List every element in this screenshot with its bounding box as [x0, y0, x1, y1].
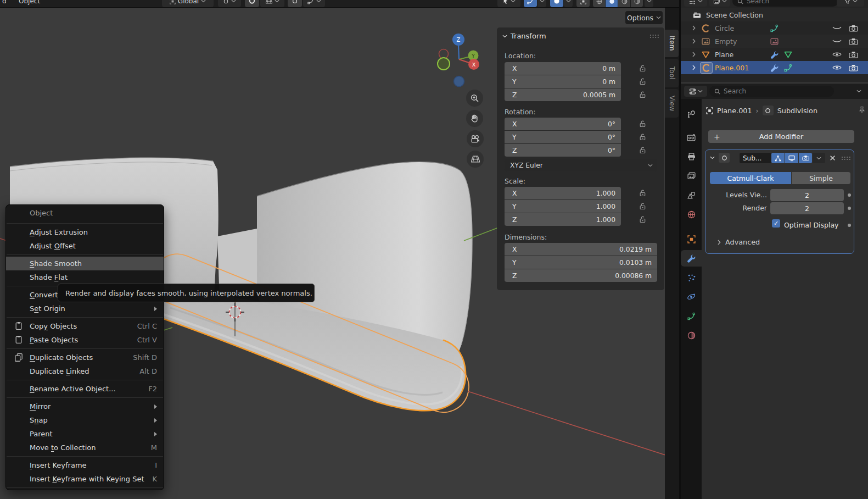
tab-tool[interactable]: Tool	[665, 59, 679, 87]
outliner-display-mode-dropdown[interactable]	[709, 0, 730, 7]
render-levels-field[interactable]: 2	[770, 202, 844, 214]
properties-tab-physics[interactable]	[681, 289, 702, 305]
rotation-y-field[interactable]: Y0°	[505, 131, 621, 143]
menu-item-paste-objects[interactable]: Paste ObjectsCtrl V	[6, 333, 164, 347]
advanced-section-header[interactable]: Advanced	[718, 238, 760, 246]
show-gizmo-toggle[interactable]	[524, 0, 537, 7]
shading-dropdown[interactable]	[645, 0, 653, 7]
menu-item-move-to-collection[interactable]: Move to CollectionM	[6, 441, 164, 454]
shading-material-button[interactable]	[618, 0, 630, 7]
modifier-extras-dropdown[interactable]	[813, 153, 825, 163]
properties-tab-scene[interactable]	[681, 187, 702, 203]
simple-button[interactable]: Simple	[792, 172, 850, 184]
location-x-field[interactable]: X0 m	[505, 62, 621, 75]
outliner-row-scene-collection[interactable]: Scene Collection	[681, 8, 868, 21]
modifier-editmode-toggle[interactable]	[771, 153, 785, 163]
breadcrumb-object[interactable]: Plane.001	[717, 107, 752, 115]
outliner-row-plane[interactable]: Plane	[681, 48, 868, 61]
menu-item-set-origin[interactable]: Set Origin	[6, 302, 164, 315]
dimensions-z-field[interactable]: Z0.00086 m	[505, 269, 657, 282]
outliner-row-plane-001[interactable]: Plane.001	[681, 61, 868, 74]
properties-editor-type-dropdown[interactable]	[684, 86, 707, 97]
shading-rendered-button[interactable]	[631, 0, 643, 7]
pivot-point-dropdown[interactable]	[218, 0, 241, 7]
breadcrumb-modifier[interactable]: Subdivision	[777, 107, 817, 115]
expand-arrow-icon[interactable]	[692, 38, 696, 44]
add-modifier-button[interactable]: + Add Modifier	[708, 130, 854, 143]
scale-z-field[interactable]: Z1.000	[505, 213, 621, 226]
properties-search-input[interactable]: Search	[709, 86, 834, 97]
outliner-search-input[interactable]: Search	[732, 0, 838, 7]
properties-tab-render[interactable]	[681, 129, 702, 146]
eye-open-icon[interactable]	[832, 64, 842, 71]
object-menu[interactable]: Object	[19, 0, 40, 7]
expand-arrow-icon[interactable]	[692, 65, 696, 70]
outliner-filter-dropdown[interactable]	[837, 0, 864, 7]
zoom-button[interactable]	[466, 90, 483, 107]
snap-target-dropdown[interactable]	[260, 0, 284, 7]
properties-tab-material[interactable]	[681, 327, 702, 343]
properties-tab-object-data[interactable]	[681, 308, 702, 324]
rotation-lock-icons[interactable]	[639, 120, 647, 159]
chevron-down-icon[interactable]	[856, 90, 861, 93]
expand-arrow-icon[interactable]	[692, 25, 696, 31]
location-z-field[interactable]: Z0.0005 m	[505, 88, 621, 101]
menu-item-duplicate-linked[interactable]: Duplicate LinkedAlt D	[6, 364, 164, 378]
transform-panel-header[interactable]: Transform	[502, 32, 546, 40]
close-icon[interactable]	[830, 155, 836, 161]
menu-item-parent[interactable]: Parent	[6, 427, 164, 441]
catmull-clark-button[interactable]: Catmull-Clark	[710, 172, 791, 184]
gizmo-dropdown[interactable]	[537, 0, 546, 7]
camera-view-button[interactable]	[467, 130, 484, 147]
modifier-viewport-toggle[interactable]	[785, 153, 798, 163]
modifier-render-toggle[interactable]	[799, 153, 812, 163]
camera-render-icon[interactable]	[849, 25, 858, 32]
select-tool-dropdown[interactable]	[497, 0, 520, 7]
menu-item-snap[interactable]: Snap	[6, 413, 164, 427]
pan-button[interactable]	[466, 110, 483, 127]
animate-decorator[interactable]	[848, 207, 851, 210]
levels-viewport-field[interactable]: 2	[770, 189, 844, 201]
overlays-dropdown[interactable]	[564, 0, 573, 7]
scale-y-field[interactable]: Y1.000	[505, 200, 621, 213]
location-y-field[interactable]: Y0 m	[505, 75, 621, 88]
modifier-name-field[interactable]: Sub...	[740, 153, 771, 163]
navigation-gizmo[interactable]: Z Y X	[434, 30, 489, 91]
properties-tab-world[interactable]	[681, 206, 702, 223]
modifier-grip[interactable]	[841, 156, 851, 160]
properties-tab-object[interactable]	[681, 231, 702, 247]
rotation-z-field[interactable]: Z0°	[505, 144, 621, 157]
collapse-chevron-icon[interactable]	[710, 156, 715, 159]
properties-tab-tool[interactable]	[681, 106, 702, 123]
eye-closed-icon[interactable]	[832, 38, 842, 45]
outliner-editor-type-dropdown[interactable]	[684, 0, 707, 7]
tab-view[interactable]: View	[665, 89, 679, 118]
pin-icon[interactable]	[859, 106, 865, 114]
properties-tab-view-layer[interactable]	[681, 168, 702, 184]
tab-item[interactable]: Item	[665, 30, 679, 57]
proportional-edit-toggle[interactable]	[288, 0, 302, 7]
menu-item-mirror[interactable]: Mirror	[6, 400, 164, 413]
expand-arrow-icon[interactable]	[692, 52, 696, 57]
menu-item-duplicate-objects[interactable]: Duplicate ObjectsShift D	[6, 351, 164, 364]
optimal-display-checkbox[interactable]: ✓	[772, 219, 780, 228]
dimensions-y-field[interactable]: Y0.0103 m	[505, 256, 657, 269]
properties-tab-modifiers[interactable]	[681, 250, 702, 267]
panel-grip[interactable]	[649, 34, 659, 38]
show-overlays-toggle[interactable]	[550, 0, 563, 7]
outliner-row-circle[interactable]: Circle	[681, 21, 868, 35]
camera-render-icon[interactable]	[849, 51, 858, 58]
outliner-row-empty[interactable]: Empty	[681, 35, 868, 48]
properties-tab-output[interactable]	[681, 148, 702, 165]
camera-render-icon[interactable]	[849, 38, 858, 45]
shading-solid-button[interactable]	[606, 0, 618, 7]
menu-item-copy-objects[interactable]: Copy ObjectsCtrl C	[6, 319, 164, 333]
menu-item-shade-flat[interactable]: Shade Flat	[6, 270, 164, 284]
menu-item-insert-keyframe[interactable]: Insert KeyframeI	[6, 458, 164, 472]
animate-decorator[interactable]	[848, 224, 851, 227]
properties-tab-particles[interactable]	[681, 269, 702, 286]
rotation-mode-dropdown[interactable]: XYZ Euler	[505, 159, 657, 171]
xray-toggle[interactable]	[576, 0, 590, 7]
dimensions-x-field[interactable]: X0.0219 m	[505, 243, 657, 256]
eye-closed-icon[interactable]	[832, 25, 842, 31]
